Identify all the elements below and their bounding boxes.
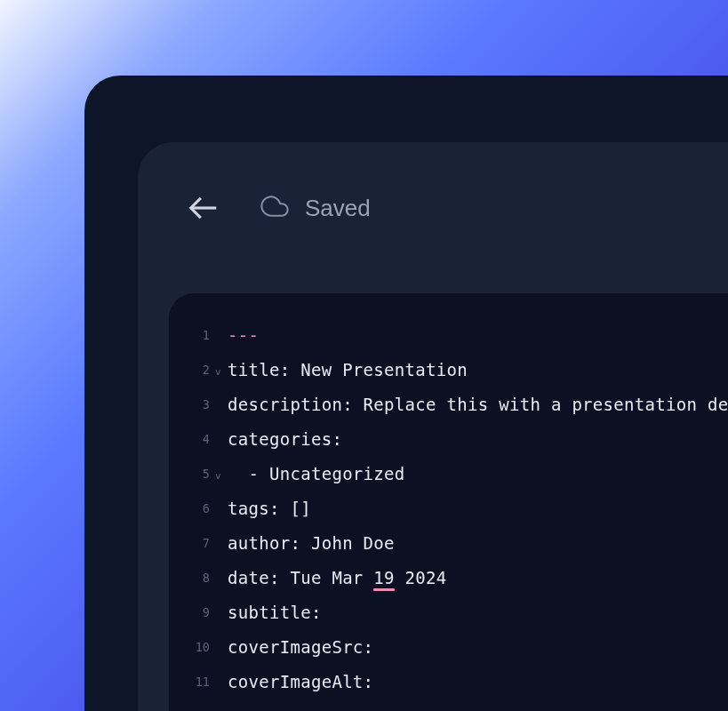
code-content: --- <box>228 318 259 353</box>
save-status-text: Saved <box>305 195 371 222</box>
code-content: tags: [] <box>228 491 311 526</box>
toolbar: Saved <box>138 142 728 225</box>
fold-marker[interactable]: v <box>215 455 228 493</box>
code-line[interactable]: 3description: Replace this with a presen… <box>169 387 728 422</box>
code-content: categories: <box>228 422 342 457</box>
fold-marker <box>215 646 228 650</box>
code-content: - Uncategorized <box>228 457 405 491</box>
fold-marker <box>215 577 228 580</box>
fold-marker <box>215 507 228 511</box>
fold-marker <box>215 403 228 407</box>
code-line[interactable]: 7author: John Doe <box>169 526 728 561</box>
code-line[interactable]: 10coverImageSrc: <box>169 630 728 665</box>
line-number: 7 <box>169 526 215 561</box>
inner-app-panel: Saved 1---2vtitle: New Presentation3desc… <box>138 142 728 711</box>
code-editor[interactable]: 1---2vtitle: New Presentation3descriptio… <box>169 293 728 711</box>
code-line[interactable]: 4categories: <box>169 422 728 457</box>
line-number: 4 <box>169 422 215 457</box>
code-content: description: Replace this with a present… <box>228 387 728 422</box>
code-content: subtitle: <box>228 595 322 630</box>
line-number: 1 <box>169 318 215 353</box>
line-number: 3 <box>169 387 215 422</box>
fold-marker <box>215 438 228 442</box>
code-line[interactable]: 8date: Tue Mar 19 2024 <box>169 561 728 595</box>
code-content: date: Tue Mar 19 2024 <box>228 561 447 595</box>
save-status: Saved <box>260 192 371 224</box>
code-line[interactable]: 5v - Uncategorized <box>169 457 728 491</box>
line-number: 9 <box>169 595 215 630</box>
code-content: title: New Presentation <box>228 353 468 387</box>
line-number: 10 <box>169 630 215 665</box>
cloud-icon <box>260 192 289 224</box>
code-content: coverImageAlt: <box>228 665 373 699</box>
line-number: 5 <box>169 457 215 491</box>
fold-marker <box>215 542 228 546</box>
fold-marker <box>215 334 228 338</box>
code-line[interactable]: 2vtitle: New Presentation <box>169 353 728 387</box>
fold-marker <box>215 611 228 615</box>
fold-marker[interactable]: v <box>215 351 228 389</box>
line-number: 11 <box>169 665 215 699</box>
code-content: author: John Doe <box>228 526 395 561</box>
code-content: coverImageSrc: <box>228 630 373 665</box>
arrow-left-icon <box>187 191 220 225</box>
line-number: 8 <box>169 561 215 595</box>
line-number: 6 <box>169 491 215 526</box>
code-line[interactable]: 11coverImageAlt: <box>169 665 728 699</box>
back-button[interactable] <box>187 191 220 225</box>
code-line[interactable]: 9subtitle: <box>169 595 728 630</box>
code-line[interactable]: 6tags: [] <box>169 491 728 526</box>
line-number: 2 <box>169 353 215 387</box>
code-line[interactable]: 1--- <box>169 318 728 353</box>
fold-marker <box>215 681 228 684</box>
